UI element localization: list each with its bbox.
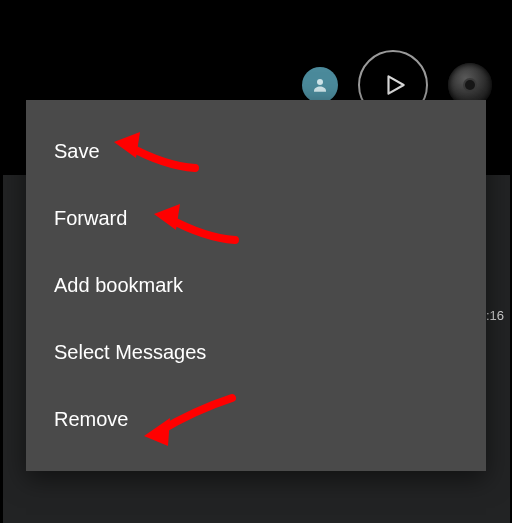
audio-timestamp: :16	[486, 308, 504, 323]
svg-marker-1	[389, 76, 404, 93]
avatar-badge[interactable]	[302, 67, 338, 103]
person-icon	[311, 76, 329, 94]
menu-item-forward[interactable]: Forward	[26, 185, 486, 252]
menu-item-label: Remove	[54, 408, 128, 430]
svg-point-0	[317, 79, 323, 85]
menu-item-add-bookmark[interactable]: Add bookmark	[26, 252, 486, 319]
menu-item-label: Save	[54, 140, 100, 162]
menu-item-label: Forward	[54, 207, 127, 229]
menu-item-remove[interactable]: Remove	[26, 386, 486, 453]
menu-item-label: Select Messages	[54, 341, 206, 363]
menu-item-save[interactable]: Save	[26, 118, 486, 185]
context-menu: Save Forward Add bookmark Select Message…	[26, 100, 486, 471]
play-icon	[382, 72, 408, 98]
menu-item-select-messages[interactable]: Select Messages	[26, 319, 486, 386]
menu-item-label: Add bookmark	[54, 274, 183, 296]
